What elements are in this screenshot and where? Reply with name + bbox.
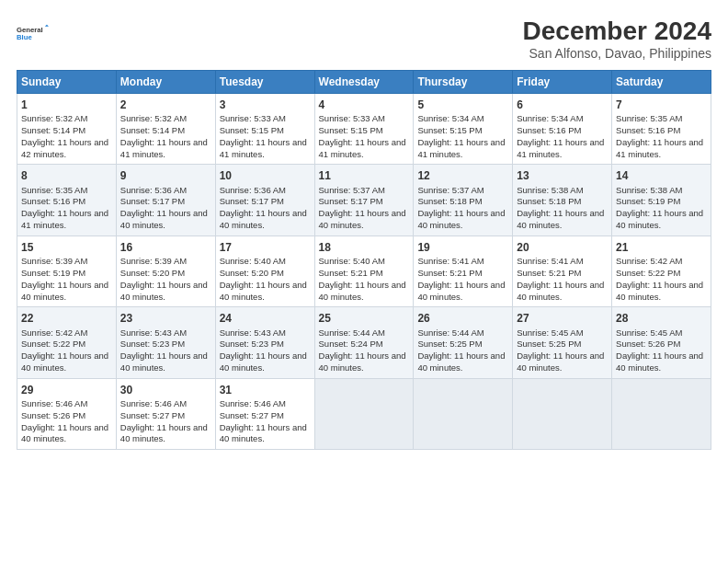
col-wednesday: Wednesday <box>314 71 414 94</box>
table-row: 23 Sunrise: 5:43 AM Sunset: 5:23 PM Dayl… <box>116 307 215 378</box>
daylight-text: Daylight: 11 hours and 41 minutes. <box>616 137 703 159</box>
sunrise-text: Sunrise: 5:33 AM <box>220 113 286 123</box>
day-number: 4 <box>319 98 410 112</box>
sunrise-text: Sunrise: 5:42 AM <box>616 256 682 266</box>
daylight-text: Daylight: 11 hours and 40 minutes. <box>120 280 208 302</box>
table-row: 2 Sunrise: 5:32 AM Sunset: 5:14 PM Dayli… <box>116 94 215 165</box>
day-number: 6 <box>517 98 608 112</box>
daylight-text: Daylight: 11 hours and 40 minutes. <box>417 208 505 230</box>
sunset-text: Sunset: 5:16 PM <box>517 125 581 135</box>
table-row: 21 Sunrise: 5:42 AM Sunset: 5:22 PM Dayl… <box>612 236 711 306</box>
sunrise-text: Sunrise: 5:37 AM <box>319 185 385 195</box>
day-number: 31 <box>220 383 311 397</box>
day-number: 27 <box>517 311 608 326</box>
table-row: 8 Sunrise: 5:35 AM Sunset: 5:16 PM Dayli… <box>17 165 117 236</box>
daylight-text: Daylight: 11 hours and 40 minutes. <box>616 350 703 373</box>
sunrise-text: Sunrise: 5:44 AM <box>319 327 385 338</box>
col-monday: Monday <box>116 71 215 94</box>
sunrise-text: Sunrise: 5:38 AM <box>517 185 583 195</box>
sunrise-text: Sunrise: 5:42 AM <box>21 327 87 338</box>
sunrise-text: Sunrise: 5:46 AM <box>21 398 87 408</box>
sunset-text: Sunset: 5:21 PM <box>319 268 383 278</box>
day-number: 20 <box>517 240 608 255</box>
day-number: 19 <box>417 240 508 255</box>
day-number: 17 <box>220 240 311 255</box>
sunrise-text: Sunrise: 5:43 AM <box>120 327 187 338</box>
sunset-text: Sunset: 5:14 PM <box>21 125 85 135</box>
sunrise-text: Sunrise: 5:39 AM <box>21 256 87 266</box>
sunset-text: Sunset: 5:24 PM <box>319 339 383 349</box>
sunset-text: Sunset: 5:15 PM <box>417 125 482 135</box>
sunset-text: Sunset: 5:23 PM <box>220 339 284 349</box>
table-row: 12 Sunrise: 5:37 AM Sunset: 5:18 PM Dayl… <box>414 165 513 236</box>
col-sunday: Sunday <box>17 71 117 94</box>
table-row <box>414 378 513 449</box>
daylight-text: Daylight: 11 hours and 40 minutes. <box>417 280 505 302</box>
sunset-text: Sunset: 5:21 PM <box>417 268 482 278</box>
sunset-text: Sunset: 5:22 PM <box>21 339 85 349</box>
day-number: 25 <box>319 311 410 326</box>
sunrise-text: Sunrise: 5:35 AM <box>616 113 682 123</box>
sunrise-text: Sunrise: 5:39 AM <box>120 256 187 266</box>
day-number: 13 <box>517 168 608 183</box>
table-row: 5 Sunrise: 5:34 AM Sunset: 5:15 PM Dayli… <box>414 94 513 165</box>
calendar-week-2: 8 Sunrise: 5:35 AM Sunset: 5:16 PM Dayli… <box>17 165 711 236</box>
sunrise-text: Sunrise: 5:40 AM <box>319 256 385 266</box>
day-number: 11 <box>319 168 410 183</box>
table-row: 24 Sunrise: 5:43 AM Sunset: 5:23 PM Dayl… <box>215 307 314 378</box>
table-row: 31 Sunrise: 5:46 AM Sunset: 5:27 PM Dayl… <box>215 378 314 449</box>
sunrise-text: Sunrise: 5:33 AM <box>319 113 385 123</box>
day-number: 23 <box>120 311 211 326</box>
daylight-text: Daylight: 11 hours and 40 minutes. <box>517 280 604 302</box>
sunrise-text: Sunrise: 5:40 AM <box>220 256 286 266</box>
daylight-text: Daylight: 11 hours and 40 minutes. <box>220 350 307 373</box>
svg-marker-2 <box>45 25 49 27</box>
table-row: 25 Sunrise: 5:44 AM Sunset: 5:24 PM Dayl… <box>314 307 414 378</box>
daylight-text: Daylight: 11 hours and 40 minutes. <box>120 208 208 230</box>
sunset-text: Sunset: 5:15 PM <box>220 125 284 135</box>
page: General Blue December 2024 San Alfonso, … <box>0 0 728 563</box>
day-number: 29 <box>21 383 112 397</box>
table-row: 11 Sunrise: 5:37 AM Sunset: 5:17 PM Dayl… <box>314 165 414 236</box>
sunset-text: Sunset: 5:23 PM <box>120 339 185 349</box>
calendar-table: Sunday Monday Tuesday Wednesday Thursday… <box>17 70 711 450</box>
daylight-text: Daylight: 11 hours and 40 minutes. <box>220 208 307 230</box>
day-number: 26 <box>417 311 508 326</box>
sunset-text: Sunset: 5:16 PM <box>616 125 680 135</box>
header-row: Sunday Monday Tuesday Wednesday Thursday… <box>17 71 711 94</box>
sunset-text: Sunset: 5:25 PM <box>417 339 482 349</box>
day-number: 14 <box>616 168 707 183</box>
calendar-week-5: 29 Sunrise: 5:46 AM Sunset: 5:26 PM Dayl… <box>17 378 711 449</box>
sunrise-text: Sunrise: 5:44 AM <box>417 327 483 338</box>
calendar-week-4: 22 Sunrise: 5:42 AM Sunset: 5:22 PM Dayl… <box>17 307 711 378</box>
sunrise-text: Sunrise: 5:36 AM <box>220 185 286 195</box>
table-row: 6 Sunrise: 5:34 AM Sunset: 5:16 PM Dayli… <box>513 94 612 165</box>
table-row: 22 Sunrise: 5:42 AM Sunset: 5:22 PM Dayl… <box>17 307 117 378</box>
table-row: 3 Sunrise: 5:33 AM Sunset: 5:15 PM Dayli… <box>215 94 314 165</box>
sunset-text: Sunset: 5:19 PM <box>21 268 85 278</box>
table-row: 19 Sunrise: 5:41 AM Sunset: 5:21 PM Dayl… <box>414 236 513 306</box>
table-row <box>314 378 414 449</box>
sunrise-text: Sunrise: 5:41 AM <box>417 256 483 266</box>
calendar-week-1: 1 Sunrise: 5:32 AM Sunset: 5:14 PM Dayli… <box>17 94 711 165</box>
daylight-text: Daylight: 11 hours and 42 minutes. <box>21 137 108 159</box>
daylight-text: Daylight: 11 hours and 41 minutes. <box>417 137 505 159</box>
daylight-text: Daylight: 11 hours and 40 minutes. <box>120 422 208 444</box>
day-number: 28 <box>616 311 707 326</box>
sunset-text: Sunset: 5:17 PM <box>120 196 185 206</box>
sunset-text: Sunset: 5:21 PM <box>517 268 581 278</box>
day-number: 22 <box>21 311 112 326</box>
svg-text:Blue: Blue <box>17 33 32 41</box>
sunrise-text: Sunrise: 5:46 AM <box>120 398 187 408</box>
main-title: December 2024 <box>523 17 711 46</box>
table-row: 7 Sunrise: 5:35 AM Sunset: 5:16 PM Dayli… <box>612 94 711 165</box>
day-number: 15 <box>21 240 112 255</box>
table-row: 4 Sunrise: 5:33 AM Sunset: 5:15 PM Dayli… <box>314 94 414 165</box>
table-row: 27 Sunrise: 5:45 AM Sunset: 5:25 PM Dayl… <box>513 307 612 378</box>
sunrise-text: Sunrise: 5:34 AM <box>517 113 583 123</box>
daylight-text: Daylight: 11 hours and 40 minutes. <box>21 422 108 444</box>
table-row: 13 Sunrise: 5:38 AM Sunset: 5:18 PM Dayl… <box>513 165 612 236</box>
sunset-text: Sunset: 5:20 PM <box>120 268 185 278</box>
col-friday: Friday <box>513 71 612 94</box>
table-row: 29 Sunrise: 5:46 AM Sunset: 5:26 PM Dayl… <box>17 378 117 449</box>
